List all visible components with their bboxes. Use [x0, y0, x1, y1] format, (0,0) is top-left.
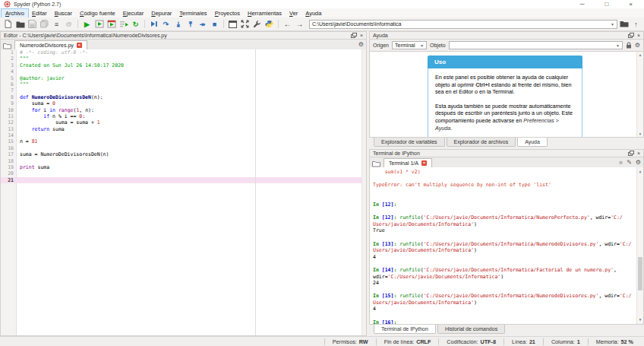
close-button[interactable]: ×	[629, 2, 633, 8]
working-directory-combo[interactable]: C:\Users\javie\Documents\Informatica ▼	[309, 20, 617, 29]
tab-ayuda[interactable]: Ayuda	[517, 138, 548, 147]
undock-pane-icon[interactable]	[628, 151, 634, 156]
code-line[interactable]: 7	[1, 87, 366, 94]
step-over-icon[interactable]: ↷	[160, 19, 172, 30]
menu-item-herramientas[interactable]: Herramientas	[244, 9, 286, 17]
browse-tabs-icon[interactable]	[372, 160, 380, 167]
editor-scrollbar[interactable]	[361, 49, 366, 335]
code-line-empty	[1, 254, 366, 260]
code-line[interactable]: 19print suma	[1, 164, 366, 170]
run-cell-icon[interactable]	[93, 19, 105, 30]
code-line-empty	[1, 196, 366, 202]
new-file-icon[interactable]	[2, 19, 14, 30]
console-line: In [14]: runfile('C:/Users/javie/Documen…	[373, 267, 633, 274]
menu-item-proyectos[interactable]: Proyectos	[211, 9, 244, 17]
interrupt-kernel-icon[interactable]: ■	[619, 159, 623, 166]
close-tab-icon[interactable]: ×	[421, 160, 427, 166]
code-line[interactable]: 5@author: javier	[1, 75, 366, 81]
close-pane-icon[interactable]: ×	[360, 33, 363, 38]
close-tab-icon[interactable]: ×	[77, 43, 82, 48]
editor-options-gear-icon[interactable]: ⚙	[358, 42, 364, 48]
run-selection-icon[interactable]	[118, 19, 129, 30]
menu-item-archivo[interactable]: Archivo	[2, 9, 28, 17]
tab-explorador-de-variables[interactable]: Explorador de variables	[374, 138, 445, 147]
help-scrollbar[interactable]: ▲▼	[636, 52, 643, 137]
code-line[interactable]: 4	[1, 68, 366, 75]
file-switcher-icon[interactable]: ≡	[51, 19, 62, 30]
menu-item-editar[interactable]: Editar	[28, 9, 51, 17]
maximize-button[interactable]: □	[605, 2, 608, 8]
pythonpath-icon[interactable]	[264, 19, 275, 30]
code-line[interactable]: 11 if n % i == 0:	[1, 113, 366, 119]
terminal-tab[interactable]: Terminal 1/A ×	[384, 158, 432, 167]
open-file-icon[interactable]	[14, 19, 26, 30]
console-scrollbar[interactable]: ▲▼	[636, 167, 643, 324]
undock-pane-icon[interactable]	[628, 33, 634, 38]
browse-tabs-icon[interactable]	[3, 43, 11, 49]
close-pane-icon[interactable]: ×	[637, 151, 640, 156]
code-line[interactable]: 18	[1, 158, 366, 164]
clear-console-icon[interactable]: ✎	[627, 159, 632, 166]
code-line[interactable]: 10 for i in range(1, n):	[1, 107, 366, 113]
code-line[interactable]: 20	[1, 170, 366, 176]
menu-item-ver[interactable]: Ver	[286, 9, 301, 17]
code-line[interactable]: 3Created on Sun Jul 26 14:50:17 2020	[1, 62, 366, 68]
debug-stop-icon[interactable]: ■	[209, 19, 220, 30]
editor-tab[interactable]: NumerodeDivisores.py ×	[14, 40, 87, 49]
debug-file-icon[interactable]	[148, 19, 159, 30]
code-line[interactable]: 9 suma = 0	[1, 100, 366, 106]
debug-continue-icon[interactable]: ↠	[197, 19, 208, 30]
minimize-button[interactable]: ─	[580, 2, 585, 8]
tab-historial-de-comandos[interactable]: Historial de comandos	[437, 325, 505, 334]
save-icon[interactable]	[27, 19, 38, 30]
step-return-icon[interactable]: ⇤	[185, 19, 196, 30]
rerun-icon[interactable]: ↻	[130, 19, 141, 30]
code-line[interactable]: 14	[1, 132, 366, 138]
menu-item-depurar[interactable]: Depurar	[147, 9, 175, 17]
symbol-finder-icon[interactable]: @	[63, 19, 74, 30]
terminal-options-gear-icon[interactable]: ⚙	[636, 160, 641, 166]
tab-explorador-de-archivos[interactable]: Explorador de archivos	[447, 138, 516, 147]
menu-item-ejecutar[interactable]: Ejecutar	[119, 9, 148, 17]
close-pane-icon[interactable]: ×	[637, 33, 640, 38]
ipython-console[interactable]: ▲▼ sum(v1 * v2)TypeError: can't multiply…	[369, 167, 644, 325]
code-line[interactable]: 17suma = NumeroDeDivisoresDeN(n)	[1, 151, 366, 157]
menu-item-terminales[interactable]: Terminales	[175, 9, 210, 17]
preferences-wrench-icon[interactable]	[251, 19, 263, 30]
code-line[interactable]: 16	[1, 145, 366, 151]
code-line[interactable]: 12 suma = suma + 1	[1, 119, 366, 125]
maximize-pane-icon[interactable]	[227, 19, 238, 30]
code-line[interactable]: 6"""	[1, 81, 366, 87]
back-icon[interactable]: ←	[282, 19, 293, 30]
menu-item-ayuda[interactable]: Ayuda	[301, 9, 325, 17]
parent-directory-icon[interactable]: ↑	[630, 19, 642, 30]
run-cell-advance-icon[interactable]	[106, 19, 117, 30]
undock-pane-icon[interactable]	[351, 33, 357, 38]
code-line[interactable]: 21	[1, 177, 366, 183]
forward-icon[interactable]: →	[294, 19, 305, 30]
object-combo[interactable]: ▼	[449, 41, 623, 49]
menu-item-buscar[interactable]: Buscar	[51, 9, 76, 17]
code-line[interactable]: 2"""	[1, 56, 366, 62]
step-into-icon[interactable]: ⇥	[172, 19, 184, 30]
source-dropdown[interactable]: Terminal ▼	[392, 41, 427, 49]
code-line[interactable]: 8def NumeroDeDivisoresDeN(n):	[1, 94, 366, 100]
fullscreen-icon[interactable]	[239, 19, 251, 30]
edge-line-79-col	[255, 49, 256, 335]
menu-item-código-fuente[interactable]: Código fuente	[76, 9, 119, 17]
console-scrollbar-thumb[interactable]	[638, 257, 642, 290]
code-line[interactable]: 13 return suma	[1, 126, 366, 132]
spyder-logo-icon	[4, 1, 11, 8]
line-number: 14	[1, 132, 17, 138]
console-line: In [15]: runfile('C:/Users/javie/Documen…	[373, 293, 633, 300]
code-line[interactable]: 1# -*- coding: utf-8 -*-	[1, 49, 366, 56]
tab-terminal-de-ipython[interactable]: Terminal de IPython	[374, 325, 436, 334]
chevron-down-icon[interactable]: ▼	[611, 22, 614, 27]
browse-directory-icon[interactable]	[618, 19, 630, 30]
code-line[interactable]: 15n = 81	[1, 138, 366, 144]
help-options-gear-icon[interactable]: ⚙	[635, 43, 640, 49]
code-editor[interactable]: 1# -*- coding: utf-8 -*-2"""3Created on …	[0, 49, 367, 336]
save-all-icon[interactable]	[39, 19, 50, 30]
lock-icon[interactable]	[626, 42, 632, 49]
run-icon[interactable]: ▶	[81, 19, 93, 30]
